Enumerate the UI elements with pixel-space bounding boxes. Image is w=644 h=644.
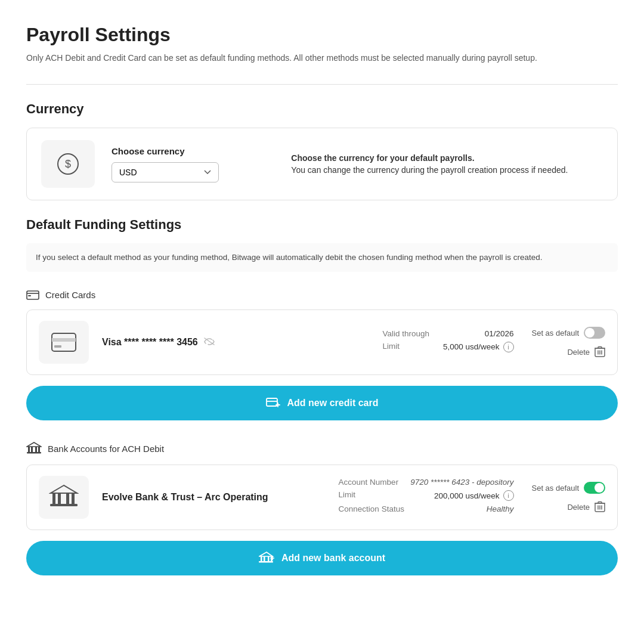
currency-card: $ Choose currency USD EUR GBP Choose the…	[26, 128, 618, 200]
add-credit-card-button[interactable]: Add new credit card	[26, 386, 618, 420]
svg-rect-20	[35, 447, 37, 452]
currency-label: Choose currency	[112, 146, 267, 156]
svg-rect-39	[259, 561, 273, 563]
svg-rect-7	[54, 345, 61, 348]
limit-info-icon[interactable]: i	[503, 342, 514, 352]
currency-section-title: Currency	[26, 101, 618, 117]
currency-desc-strong: Choose the currency for your default pay…	[291, 153, 603, 163]
page-title: Payroll Settings	[26, 24, 618, 46]
funding-section-title: Default Funding Settings	[26, 217, 618, 233]
delete-icon[interactable]	[595, 346, 605, 358]
visa-card-icon	[51, 332, 77, 352]
bank-account-actions: Set as default Delete	[532, 482, 606, 513]
svg-rect-26	[66, 493, 69, 504]
svg-rect-4	[28, 295, 31, 296]
account-number-value: 9720 ****** 6423 - depository	[410, 478, 513, 487]
add-bank-account-button[interactable]: Add new bank account	[26, 541, 618, 575]
set-default-toggle[interactable]	[584, 327, 605, 339]
svg-rect-6	[52, 338, 76, 342]
currency-info: Choose currency USD EUR GBP	[112, 146, 267, 182]
credit-cards-header: Credit Cards	[26, 290, 618, 300]
bank-icon	[26, 442, 42, 455]
svg-rect-36	[264, 556, 265, 561]
page-subtitle: Only ACH Debit and Credit Card can be se…	[26, 53, 618, 63]
svg-rect-19	[31, 447, 33, 452]
funding-description: If you select a default method as your f…	[26, 243, 618, 272]
svg-rect-25	[58, 493, 61, 504]
eye-slash-icon	[204, 337, 215, 348]
svg-rect-18	[28, 447, 30, 452]
credit-cards-label: Credit Cards	[45, 290, 95, 300]
limit-value: 5,000 usd/week i	[443, 342, 514, 352]
limit-label: Limit	[383, 342, 400, 352]
valid-through-value: 01/2026	[485, 329, 514, 338]
set-default-label: Set as default	[532, 329, 580, 338]
add-bank-icon	[259, 552, 274, 565]
delete-row: Delete	[567, 346, 605, 358]
svg-marker-17	[27, 442, 41, 447]
svg-marker-34	[259, 552, 273, 556]
bank-account-details: Account Number 9720 ****** 6423 - deposi…	[339, 478, 514, 517]
bank-accounts-label: Bank Accounts for ACH Debit	[48, 444, 164, 454]
connection-status-row: Connection Status Healthy	[339, 504, 514, 513]
dollar-circle-icon: $	[56, 152, 80, 176]
currency-select[interactable]: USD EUR GBP	[112, 162, 219, 182]
currency-icon-box: $	[41, 140, 95, 188]
visa-icon-box	[39, 321, 89, 364]
bank-building-icon	[49, 484, 79, 511]
connection-status-value: Healthy	[487, 504, 514, 513]
bank-delete-icon[interactable]	[595, 501, 605, 513]
bank-account-row: Evolve Bank & Trust – Arc Operating Acco…	[26, 465, 618, 530]
add-credit-card-label: Add new credit card	[287, 398, 379, 408]
bank-delete-row: Delete	[567, 501, 605, 513]
svg-rect-5	[52, 333, 76, 351]
svg-rect-22	[27, 452, 41, 454]
bank-set-default-row: Set as default	[532, 482, 606, 494]
svg-rect-37	[268, 556, 270, 561]
bank-limit-value: 200,000 usd/week i	[434, 490, 514, 501]
bank-account-icon-box	[39, 476, 89, 519]
visa-card-number: Visa **** **** **** 3456	[102, 337, 365, 348]
bank-limit-info-icon[interactable]: i	[503, 490, 514, 501]
set-default-row: Set as default	[532, 327, 606, 339]
bank-set-default-label: Set as default	[532, 484, 580, 493]
svg-text:$: $	[65, 158, 71, 170]
visa-card-info: Visa **** **** **** 3456	[102, 337, 365, 348]
currency-description: Choose the currency for your default pay…	[267, 153, 603, 175]
account-number-label: Account Number	[339, 478, 399, 487]
svg-rect-28	[50, 504, 78, 506]
valid-through-row: Valid through 01/2026	[383, 329, 514, 338]
svg-rect-24	[52, 493, 55, 504]
add-bank-account-label: Add new bank account	[281, 553, 385, 564]
title-divider	[26, 84, 618, 85]
bank-set-default-toggle[interactable]	[584, 482, 605, 494]
bank-limit-label: Limit	[339, 490, 356, 501]
bank-accounts-header: Bank Accounts for ACH Debit	[26, 442, 618, 455]
account-number-row: Account Number 9720 ****** 6423 - deposi…	[339, 478, 514, 487]
bank-account-info: Evolve Bank & Trust – Arc Operating	[102, 491, 321, 504]
svg-rect-21	[38, 447, 40, 452]
valid-through-label: Valid through	[383, 329, 430, 338]
visa-card-row: Visa **** **** **** 3456 Valid through 0…	[26, 309, 618, 375]
visa-card-actions: Set as default Delete	[532, 327, 606, 358]
delete-label: Delete	[567, 348, 590, 357]
visa-card-details: Valid through 01/2026 Limit 5,000 usd/we…	[383, 329, 514, 356]
svg-rect-38	[271, 556, 273, 561]
svg-rect-27	[72, 493, 75, 504]
bank-limit-row: Limit 200,000 usd/week i	[339, 490, 514, 501]
add-card-icon	[266, 397, 280, 410]
connection-status-label: Connection Status	[339, 504, 404, 513]
limit-row: Limit 5,000 usd/week i	[383, 342, 514, 352]
credit-card-icon	[26, 290, 39, 300]
svg-rect-35	[261, 556, 262, 561]
bank-name: Evolve Bank & Trust – Arc Operating	[102, 491, 321, 504]
svg-marker-23	[51, 485, 77, 493]
bank-delete-label: Delete	[567, 503, 590, 512]
currency-desc-text: You can change the currency during the p…	[291, 165, 568, 175]
